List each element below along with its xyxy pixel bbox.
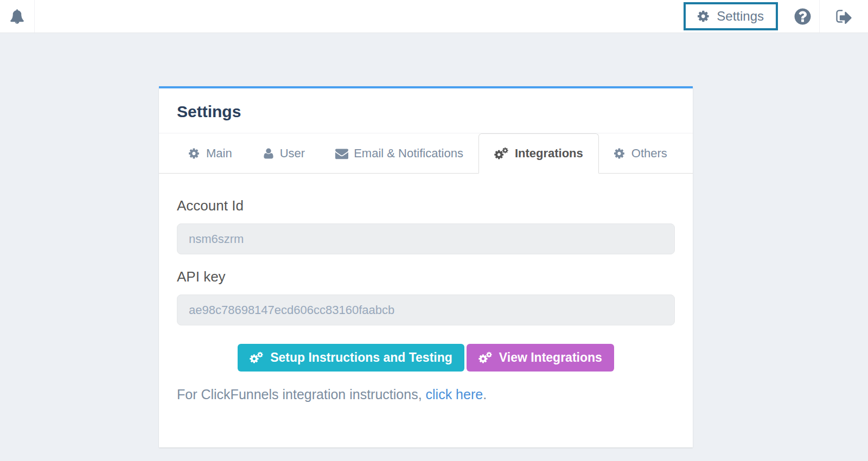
settings-nav-button[interactable]: Settings (684, 2, 778, 30)
gears-icon (494, 147, 509, 160)
sign-out-icon (835, 8, 853, 25)
logout-button[interactable] (819, 0, 868, 33)
settings-tabs: Main User Email & Notifications Integrat… (159, 133, 693, 174)
clickfunnels-note-text: For ClickFunnels integration instruction… (177, 387, 426, 402)
tab-email-notifications[interactable]: Email & Notifications (320, 133, 478, 174)
tab-integrations[interactable]: Integrations (478, 133, 599, 174)
gear-icon (698, 10, 711, 23)
tab-others[interactable]: Others (599, 133, 682, 174)
bell-icon (10, 9, 24, 24)
main-content: Settings Main User Email & Notifications… (0, 33, 868, 447)
integrations-panel: Account Id API key Setup Instructions an… (159, 174, 693, 447)
tab-main-label: Main (206, 146, 232, 161)
question-circle-icon (793, 7, 812, 26)
click-here-link[interactable]: click here (426, 387, 483, 402)
setup-instructions-button[interactable]: Setup Instructions and Testing (238, 344, 464, 372)
gear-icon (614, 148, 626, 159)
settings-card: Settings Main User Email & Notifications… (159, 86, 693, 447)
account-id-field[interactable] (177, 223, 675, 254)
tab-others-label: Others (631, 146, 667, 161)
tab-user-label: User (280, 146, 305, 161)
tab-user[interactable]: User (247, 133, 320, 174)
help-button[interactable] (786, 0, 819, 33)
gear-icon (189, 148, 201, 159)
gears-icon (478, 351, 493, 364)
tab-main[interactable]: Main (174, 133, 247, 174)
card-header: Settings (159, 88, 693, 133)
tab-integrations-label: Integrations (515, 146, 583, 161)
tab-email-notifications-label: Email & Notifications (354, 146, 463, 161)
gears-icon (250, 351, 264, 364)
notifications-button[interactable] (0, 0, 35, 33)
clickfunnels-note-period: . (483, 387, 487, 402)
account-id-label: Account Id (177, 197, 675, 214)
user-icon (263, 148, 275, 159)
action-buttons-row: Setup Instructions and Testing View Inte… (177, 344, 675, 372)
view-integrations-label: View Integrations (499, 350, 602, 365)
envelope-icon (335, 147, 348, 160)
settings-nav-label: Settings (717, 9, 764, 24)
clickfunnels-note: For ClickFunnels integration instruction… (177, 387, 675, 402)
page-title: Settings (177, 103, 675, 121)
navbar-spacer (35, 0, 684, 33)
view-integrations-button[interactable]: View Integrations (467, 344, 614, 372)
api-key-field[interactable] (177, 294, 675, 325)
setup-instructions-label: Setup Instructions and Testing (270, 350, 452, 365)
api-key-label: API key (177, 268, 675, 285)
top-navbar: Settings (0, 0, 868, 33)
